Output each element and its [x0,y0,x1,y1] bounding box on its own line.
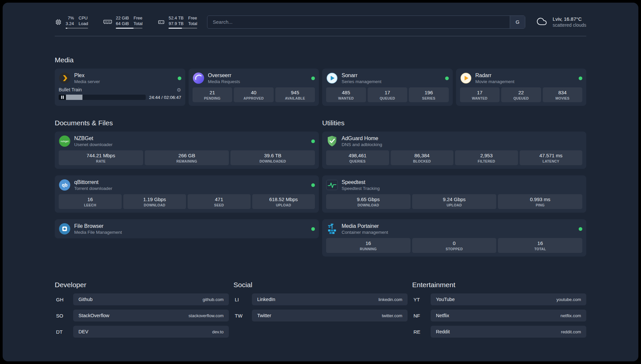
memory-value-top: 22 GiB [116,15,129,21]
service-desc: Container management [342,230,388,235]
playback-time: 24:44 / 02:06:47 [149,95,181,100]
bookmark-link-twitter[interactable]: Twitter twitter.com [252,310,408,321]
service-card-sonarr[interactable]: Sonarr Series management 485WANTED 17QUE… [322,69,453,106]
cpu-value-bottom: 3.24 [66,21,74,26]
cpu-label-top: CPU [78,15,88,21]
status-dot [311,139,315,143]
memory-usage-bar [116,28,142,29]
service-card-radarr[interactable]: Radarr Movie management 17WANTED 22QUEUE… [456,69,587,106]
disk-value-bottom: 97.9 TB [168,21,183,26]
stat-block: 744.21 MbpsRATE [59,150,143,165]
bookmark-abbr: YT [412,297,431,302]
section-title-utilities: Utilities [322,119,586,127]
memory-icon [103,19,112,25]
service-card-plex[interactable]: Plex Media server Bullet Train ⚙ [55,69,185,106]
stat-block: 40APPROVED [234,87,274,102]
status-dot [311,183,315,187]
section-title-social: Social [233,281,408,289]
bookmark-abbr: DT [55,329,73,335]
bookmark-group-developer: Developer GH Github github.com SO StackO… [55,281,229,342]
stat-block: 196SERIES [409,87,449,102]
section-title-developer: Developer [55,281,229,289]
bookmark-link-linkedin[interactable]: LinkedIn linkedin.com [252,293,408,305]
bookmark-abbr: SO [55,313,73,318]
search-provider-button[interactable]: G [510,16,525,28]
bookmark-dev: DT DEV dev.to [55,326,229,338]
section-documents: Documents & Files nzbget NZBGet U [55,119,319,238]
now-playing-title: Bullet Train [59,87,82,92]
service-card-adguard[interactable]: AdGuard Home DNS and adblocking 498,461Q… [322,132,586,169]
stat-block: 834MOVIES [543,87,583,102]
service-name: qBittorrent [74,179,112,186]
service-desc: Media server [74,79,100,84]
disk-usage-bar [168,28,197,29]
service-card-speedtest[interactable]: Speedtest Speedtest Tracking 9.65 GbpsDO… [322,175,586,213]
cpu-usage-bar [66,28,88,29]
settings-gear-icon[interactable]: ⚙ [177,87,181,92]
pause-icon[interactable] [59,95,66,100]
bookmark-group-social: Social LI LinkedIn linkedin.com TW Twitt… [233,281,408,326]
svg-text:qb: qb [62,182,67,188]
stat-block: 86,384BLOCKED [391,150,454,165]
weather-location: Lviv, 16.87°C [553,16,586,22]
service-desc: Usenet downloader [74,142,112,147]
service-card-filebrowser[interactable]: File Browser Media File Management [55,219,319,238]
bookmark-link-reddit[interactable]: Reddit reddit.com [431,326,586,338]
stat-block: 485WANTED [326,87,366,102]
stat-block: 16TOTAL [498,238,582,253]
sonarr-icon [326,72,338,84]
bookmark-abbr: RE [412,329,431,335]
service-name: NZBGet [74,135,112,142]
nzbget-icon: nzbget [59,135,71,147]
stat-block: 0STOPPED [412,238,497,253]
stat-block: 2,953FILTERED [455,150,518,165]
radarr-icon [460,72,472,84]
stat-block: 22QUEUED [501,87,541,102]
stat-block: 945AVAILABLE [275,87,315,102]
stat-block: 498,461QUERIES [326,150,389,165]
cpu-widget: 7% 3.24 CPU Load [55,15,88,29]
service-desc: Speedtest Tracking [342,186,380,191]
status-dot [579,227,582,231]
bookmark-github: GH Github github.com [55,293,229,305]
topbar: 7% 3.24 CPU Load [55,3,586,29]
service-name: Sonarr [342,72,382,79]
bookmark-link-youtube[interactable]: YouTube youtube.com [431,293,586,305]
stat-block: 39.6 TBDOWNLOADED [230,150,315,165]
stat-block: 9.24 GbpsUPLOAD [412,194,497,209]
service-desc: Media Requests [208,79,240,84]
search-provider-label: G [516,19,520,25]
resource-widgets: 7% 3.24 CPU Load [55,15,197,29]
portainer-icon [326,223,338,235]
section-utilities: Utilities AdGuard Home [322,119,586,257]
service-card-qbittorrent[interactable]: qb qBittorrent Torrent downloader 16LEEC… [55,175,319,213]
service-name: Plex [74,72,100,79]
plex-icon [59,72,71,84]
service-card-nzbget[interactable]: nzbget NZBGet Usenet downloader 744.21 M… [55,132,319,169]
memory-label-bottom: Total [134,21,142,26]
stat-block: 0.993 msPING [498,194,582,209]
stat-block: 17WANTED [460,87,500,102]
stat-block: 21PENDING [193,87,232,102]
status-dot [311,227,315,231]
search-input[interactable] [207,16,510,28]
speedtest-icon [326,179,338,191]
service-card-overseerr[interactable]: Overseerr Media Requests 21PENDING 40APP… [189,69,319,106]
section-title-media: Media [55,56,586,64]
stat-block: 1.19 GbpsDOWNLOAD [123,194,186,209]
bookmark-link-netflix[interactable]: Netflix netflix.com [431,310,586,321]
service-card-portainer[interactable]: Media Portainer Container management 16R… [322,219,586,257]
service-desc: Torrent downloader [74,186,112,191]
status-dot [579,76,582,80]
section-title-entertainment: Entertainment [412,281,586,289]
weather-condition: scattered clouds [553,22,586,28]
bookmark-link-stackoverflow[interactable]: StackOverflow stackoverflow.com [73,310,229,321]
bookmark-link-dev[interactable]: DEV dev.to [73,326,229,338]
cloud-icon [535,16,548,28]
stat-block: 16RUNNING [326,238,411,253]
bookmark-abbr: LI [233,297,252,302]
stat-block: 618.52 MbpsUPLOAD [252,194,315,209]
bookmark-link-github[interactable]: Github github.com [73,293,229,305]
playback-progress-bar[interactable] [59,95,146,100]
dashboard-panel: 7% 3.24 CPU Load [3,3,638,361]
